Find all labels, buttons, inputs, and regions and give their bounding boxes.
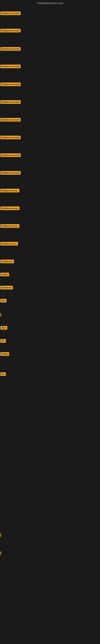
bottleneck-badge-13: Bottleneck res	[0, 242, 18, 246]
bottleneck-badge-19: Bott	[0, 326, 7, 330]
bottleneck-badge-8: Bottleneck result	[0, 153, 21, 158]
bottleneck-badge-17: Bot	[0, 299, 6, 303]
bottleneck-badge-3: Bottleneck result	[0, 64, 21, 69]
badge-label-17: Bot	[0, 299, 6, 302]
bottleneck-badge-22: Bo	[0, 372, 6, 377]
badge-label-7: Bottleneck result	[0, 136, 21, 139]
bottleneck-badge-2: Bottleneck result	[0, 47, 21, 52]
bottleneck-badge-21: Bottle	[0, 352, 9, 356]
bottleneck-badge-10: Bottleneck resu	[0, 189, 19, 193]
vertical-line-18	[0, 313, 1, 316]
bottleneck-badge-15: Bottle	[0, 273, 9, 277]
bottleneck-badge-1: Bottleneck result	[0, 29, 21, 33]
badge-label-5: Bottleneck result	[0, 100, 21, 104]
bottleneck-badge-7: Bottleneck result	[0, 136, 21, 140]
bottleneck-badge-0: Bottleneck result	[0, 12, 21, 16]
badge-label-6: Bottleneck result	[0, 118, 21, 122]
badge-label-22: Bo	[0, 372, 6, 376]
vertical-line-24	[0, 552, 1, 555]
badge-label-16: Bottlenec	[0, 286, 13, 290]
badge-label-8: Bottleneck result	[0, 153, 21, 157]
bottleneck-badge-12: Bottleneck resu	[0, 224, 19, 228]
bottleneck-badge-6: Bottleneck result	[0, 118, 21, 122]
badge-label-1: Bottleneck result	[0, 29, 21, 32]
bottleneck-badge-20: Bo	[0, 339, 6, 344]
badge-label-4: Bottleneck result	[0, 82, 21, 86]
badge-label-20: Bo	[0, 339, 6, 343]
badge-label-11: Bottleneck resu	[0, 206, 19, 210]
badge-label-12: Bottleneck resu	[0, 224, 19, 228]
bottleneck-badge-16: Bottlenec	[0, 286, 13, 290]
badge-label-9: Bottleneck result	[0, 171, 21, 175]
badge-label-15: Bottle	[0, 273, 9, 276]
site-title: TheBottlenecker.com	[0, 0, 100, 6]
bottleneck-badge-4: Bottleneck result	[0, 82, 21, 87]
badge-label-13: Bottleneck res	[0, 242, 18, 246]
badge-label-21: Bottle	[0, 352, 9, 356]
badge-label-3: Bottleneck result	[0, 64, 21, 68]
badge-label-14: Bottleneck	[0, 260, 14, 263]
badge-label-10: Bottleneck resu	[0, 189, 19, 192]
bottleneck-badge-9: Bottleneck result	[0, 171, 21, 176]
badge-label-2: Bottleneck result	[0, 47, 21, 51]
bottleneck-badge-14: Bottleneck	[0, 260, 14, 264]
bottleneck-badge-5: Bottleneck result	[0, 100, 21, 105]
badge-label-19: Bott	[0, 326, 7, 330]
badge-label-0: Bottleneck result	[0, 12, 21, 15]
bottleneck-badge-11: Bottleneck resu	[0, 206, 19, 211]
vertical-line-23	[0, 533, 1, 537]
